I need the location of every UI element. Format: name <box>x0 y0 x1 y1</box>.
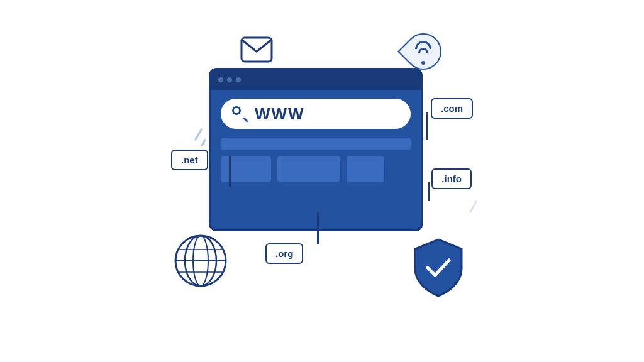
search-bar: WWW <box>221 99 411 129</box>
browser-dot-3 <box>236 77 241 82</box>
browser-bar-short-1 <box>221 156 271 182</box>
browser-bar-short-2 <box>347 156 384 182</box>
illustration-scene: WWW .com .net .info .org <box>158 30 486 332</box>
wifi-icon <box>405 33 441 70</box>
domain-tag-info: .info <box>431 168 472 189</box>
browser-titlebar <box>211 70 421 90</box>
www-label: WWW <box>255 104 305 124</box>
shield-icon <box>410 236 467 299</box>
browser-window: WWW <box>209 68 423 231</box>
connector-com <box>426 112 428 140</box>
domain-tag-org: .org <box>265 243 303 264</box>
connector-org <box>317 212 319 244</box>
search-magnifier-icon <box>231 105 248 123</box>
connector-net <box>229 156 231 187</box>
browser-dot-2 <box>227 77 232 82</box>
connector-info <box>428 182 430 201</box>
globe-icon <box>172 233 229 289</box>
browser-dot-1 <box>218 77 223 82</box>
mail-icon <box>240 36 273 65</box>
browser-bar-medium <box>277 156 340 182</box>
domain-tag-net: .net <box>171 150 208 170</box>
svg-rect-0 <box>242 38 272 62</box>
browser-bar-full <box>221 138 411 150</box>
browser-bar-row <box>221 156 411 182</box>
domain-tag-com: .com <box>431 98 473 119</box>
browser-content <box>221 138 411 182</box>
